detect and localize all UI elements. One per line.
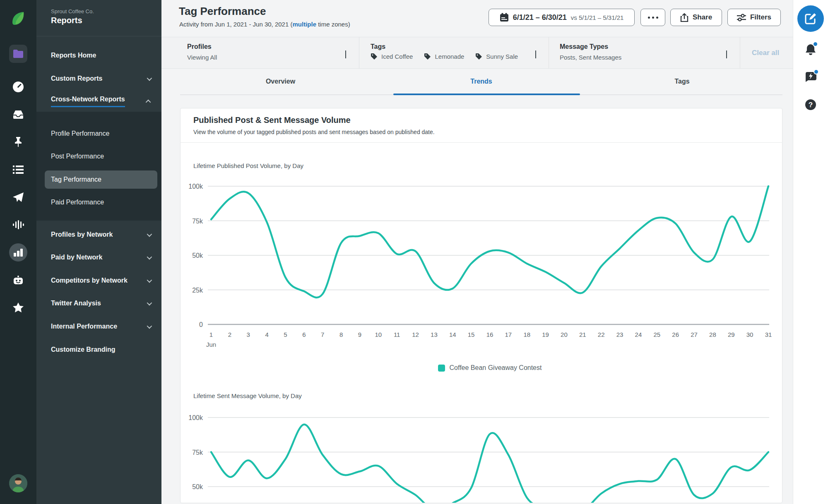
- svg-text:13: 13: [431, 331, 438, 338]
- clear-all-button[interactable]: Clear all: [752, 49, 779, 57]
- volume-card-header: Published Post & Sent Message Volume Vie…: [180, 108, 782, 143]
- tab-overview[interactable]: Overview: [180, 69, 381, 94]
- date-range-value: 6/1/21 – 6/30/21: [513, 13, 567, 22]
- sidebar-item-custom-reports[interactable]: Custom Reports: [36, 73, 161, 84]
- svg-text:25: 25: [653, 331, 660, 338]
- tags-filter-label: Tags: [371, 43, 385, 50]
- svg-text:7: 7: [321, 331, 324, 338]
- tag-icon: [424, 53, 431, 60]
- svg-text:31: 31: [765, 331, 772, 338]
- more-options-button[interactable]: [640, 9, 665, 26]
- rail-item-favorites[interactable]: [9, 298, 27, 317]
- sidebar-item-paid-performance[interactable]: Paid Performance: [36, 197, 161, 208]
- chart-legend[interactable]: Coffee Bean Giveaway Contest: [366, 364, 614, 372]
- share-label: Share: [693, 13, 712, 22]
- user-avatar[interactable]: [9, 474, 27, 492]
- star-icon: [12, 302, 24, 313]
- sidebar-item-post-performance[interactable]: Post Performance: [36, 151, 161, 162]
- svg-text:11: 11: [394, 331, 400, 338]
- published-post-volume-chart: 100k75k50k25k012345678910111213141516171…: [161, 137, 791, 356]
- pin-icon: [13, 137, 23, 147]
- sidebar-item-reports-home[interactable]: Reports Home: [36, 50, 161, 61]
- share-button[interactable]: Share: [670, 9, 722, 26]
- sidebar-item-twitter-analysis[interactable]: Twitter Analysis: [36, 298, 161, 309]
- svg-text:50k: 50k: [192, 483, 203, 490]
- filters-button[interactable]: Filters: [727, 9, 781, 26]
- legend-swatch: [438, 365, 445, 372]
- sidebar-item-internal-performance[interactable]: Internal Performance: [36, 321, 161, 332]
- share-icon: [680, 13, 688, 22]
- help-icon: ?: [804, 98, 817, 111]
- notifications-button[interactable]: [802, 41, 819, 58]
- rail-item-automation[interactable]: [9, 271, 27, 289]
- legend-label: Coffee Bean Giveaway Contest: [450, 364, 542, 372]
- utility-rail: ?: [793, 0, 828, 504]
- svg-text:16: 16: [486, 331, 493, 338]
- chevron-down-icon: [345, 50, 346, 58]
- rail-item-feeds[interactable]: [9, 161, 27, 179]
- sprout-logo[interactable]: [9, 9, 27, 27]
- tab-trends[interactable]: Trends: [381, 69, 582, 94]
- svg-text:20: 20: [561, 331, 568, 338]
- svg-text:2: 2: [228, 331, 231, 338]
- rail-item-publishing[interactable]: [9, 188, 27, 206]
- chevron-up-icon: [146, 99, 151, 105]
- rail-item-listening[interactable]: [9, 216, 27, 234]
- date-range-button[interactable]: 6/1/21 – 6/30/21 vs 5/1/21 – 5/31/21: [489, 9, 635, 26]
- chevron-down-icon: [147, 323, 152, 329]
- card-subtitle: View the volume of your tagged published…: [193, 129, 435, 135]
- tag-icon: [475, 53, 482, 60]
- page-subtitle: Activity from Jun 1, 2021 - Jun 30, 2021…: [179, 21, 350, 28]
- rail-item-pinned[interactable]: [9, 133, 27, 151]
- svg-text:4: 4: [265, 331, 268, 338]
- bar-chart-icon: [13, 248, 23, 257]
- sent-message-volume-chart: 100k75k50k: [161, 391, 791, 503]
- svg-text:10: 10: [375, 331, 382, 338]
- sidebar-item-competitors-by-network[interactable]: Competitors by Network: [36, 275, 161, 286]
- messages-button[interactable]: [802, 69, 819, 86]
- sidebar-item-tag-performance-active[interactable]: Tag Performance: [45, 170, 157, 189]
- svg-text:18: 18: [523, 331, 530, 338]
- svg-text:14: 14: [449, 331, 456, 338]
- page-title: Tag Performance: [179, 5, 266, 18]
- sidebar-item-cross-network-reports[interactable]: Cross-Network Reports: [36, 96, 161, 107]
- sidebar-item-profile-performance[interactable]: Profile Performance: [36, 128, 161, 139]
- audio-wave-icon: [12, 220, 24, 230]
- svg-text:6: 6: [302, 331, 306, 338]
- sidebar-item-profiles-by-network[interactable]: Profiles by Network: [36, 229, 161, 240]
- chevron-down-icon: [726, 50, 727, 58]
- svg-text:9: 9: [358, 331, 361, 338]
- rail-item-dashboard[interactable]: [9, 78, 27, 96]
- compose-button[interactable]: [797, 5, 824, 32]
- rail-item-folder[interactable]: [9, 45, 27, 63]
- paper-plane-icon: [12, 192, 24, 203]
- message-types-filter-label: Message Types: [560, 43, 608, 50]
- rail-item-inbox[interactable]: [9, 106, 27, 124]
- tag-icon: [371, 53, 378, 60]
- page-header: Tag Performance Activity from Jun 1, 202…: [161, 0, 793, 37]
- reports-sidebar: Sprout Coffee Co. Reports Reports Home C…: [36, 0, 161, 504]
- svg-text:28: 28: [709, 331, 716, 338]
- multiple-timezones-link[interactable]: multiple: [292, 21, 316, 28]
- filter-divider: [549, 37, 549, 68]
- svg-text:19: 19: [542, 331, 549, 338]
- svg-text:30: 30: [746, 331, 753, 338]
- sidebar-item-paid-by-network[interactable]: Paid by Network: [36, 252, 161, 263]
- svg-text:8: 8: [339, 331, 343, 338]
- sidebar-item-customize-branding[interactable]: Customize Branding: [36, 344, 161, 355]
- svg-text:100k: 100k: [188, 183, 203, 190]
- chevron-down-icon: [147, 300, 152, 305]
- date-compare-value: vs 5/1/21 – 5/31/21: [571, 14, 624, 21]
- svg-text:75k: 75k: [192, 449, 203, 456]
- inbox-tray-icon: [12, 110, 24, 120]
- tab-tags[interactable]: Tags: [582, 69, 782, 94]
- svg-text:75k: 75k: [192, 218, 203, 225]
- svg-text:21: 21: [579, 331, 586, 338]
- chevron-down-icon: [535, 50, 536, 58]
- rail-item-reports-active[interactable]: [9, 243, 27, 262]
- chevron-down-icon: [147, 254, 152, 259]
- svg-text:3: 3: [247, 331, 250, 338]
- help-button[interactable]: ?: [802, 96, 819, 113]
- tag-performance-page: Sprout Coffee Co. Reports Reports Home C…: [0, 0, 828, 504]
- svg-text:0: 0: [199, 321, 203, 328]
